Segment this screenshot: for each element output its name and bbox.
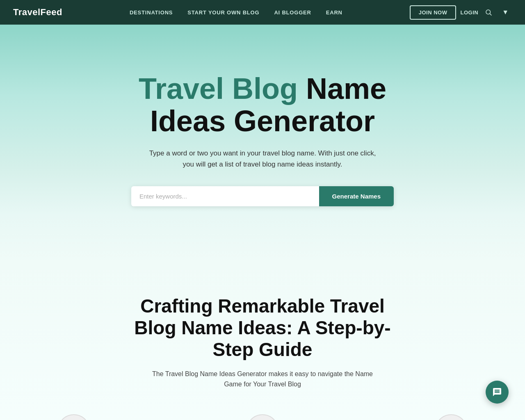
search-bar: Generate Names bbox=[131, 186, 394, 206]
chat-icon bbox=[492, 387, 502, 397]
nav-link-start-blog[interactable]: START YOUR OWN BLOG bbox=[187, 9, 259, 16]
svg-point-0 bbox=[486, 10, 491, 14]
hero-title: Travel Blog Name Ideas Generator bbox=[119, 73, 406, 137]
nav-links: DESTINATIONS START YOUR OWN BLOG AI BLOG… bbox=[130, 9, 342, 16]
navbar-actions: JOIN NOW LOGIN ▼ bbox=[410, 5, 512, 20]
hero-title-accent: Travel Blog bbox=[139, 72, 298, 105]
nav-item-ai-blogger[interactable]: AI BLOGGER bbox=[274, 9, 311, 16]
nav-link-ai-blogger[interactable]: AI BLOGGER bbox=[274, 9, 311, 16]
chevron-down-icon: ▼ bbox=[502, 9, 509, 16]
brand-logo[interactable]: TravelFeed bbox=[13, 7, 62, 18]
steps-row: 1 2 3 bbox=[16, 414, 509, 420]
generate-button[interactable]: Generate Names bbox=[319, 186, 394, 206]
step-circle-3: 3 bbox=[435, 414, 468, 420]
section-subtitle: The Travel Blog Name Ideas Generator mak… bbox=[148, 369, 377, 390]
nav-item-start-blog[interactable]: START YOUR OWN BLOG bbox=[187, 9, 259, 16]
nav-link-destinations[interactable]: DESTINATIONS bbox=[130, 9, 173, 16]
step-item-3: 3 bbox=[435, 414, 468, 420]
hero-subtitle: Type a word or two you want in your trav… bbox=[148, 148, 377, 170]
keyword-input[interactable] bbox=[131, 186, 319, 206]
hero-section: Travel Blog Name Ideas Generator Type a … bbox=[0, 25, 525, 262]
step-circle-1: 1 bbox=[57, 414, 90, 420]
nav-item-earn[interactable]: EARN bbox=[326, 9, 342, 16]
nav-item-destinations[interactable]: DESTINATIONS bbox=[130, 9, 173, 16]
dropdown-button[interactable]: ▼ bbox=[499, 7, 512, 18]
step-item-1: 1 bbox=[57, 414, 90, 420]
content-section: Crafting Remarkable Travel Blog Name Ide… bbox=[0, 262, 525, 420]
search-button[interactable] bbox=[482, 6, 495, 18]
step-circle-2: 2 bbox=[246, 414, 279, 420]
chat-button[interactable] bbox=[486, 381, 509, 404]
search-icon bbox=[485, 9, 492, 16]
navbar: TravelFeed DESTINATIONS START YOUR OWN B… bbox=[0, 0, 525, 25]
step-item-2: 2 bbox=[246, 414, 279, 420]
join-now-button[interactable]: JOIN NOW bbox=[410, 5, 457, 20]
section-title: Crafting Remarkable Travel Blog Name Ide… bbox=[119, 295, 406, 361]
login-button[interactable]: LOGIN bbox=[460, 9, 478, 16]
nav-link-earn[interactable]: EARN bbox=[326, 9, 342, 16]
svg-line-1 bbox=[490, 14, 492, 15]
